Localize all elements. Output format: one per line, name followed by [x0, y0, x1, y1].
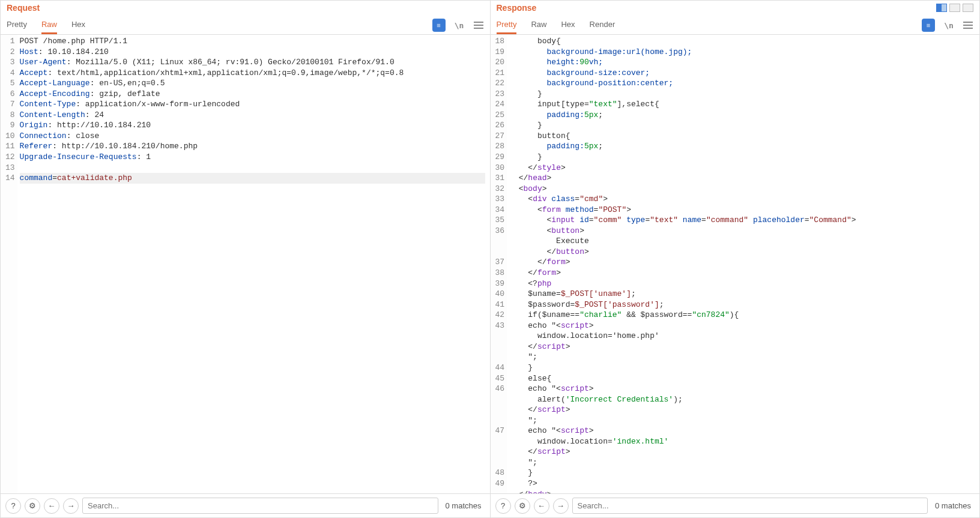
nav-back-icon[interactable]: ← — [534, 498, 549, 514]
request-tab-icons: ≡ \n — [432, 19, 484, 32]
help-icon[interactable]: ? — [495, 498, 511, 514]
response-tabs: PrettyRawHexRender — [497, 16, 616, 34]
request-search-input[interactable] — [82, 498, 438, 514]
request-header: Request — [1, 1, 490, 13]
actions-icon[interactable]: ≡ — [922, 19, 935, 32]
nav-back-icon[interactable]: ← — [44, 498, 59, 514]
request-pane: Request PrettyRawHex ≡ \n 12345678910111… — [0, 0, 491, 518]
response-header: Response — [491, 1, 980, 13]
layout-single-icon[interactable] — [963, 4, 973, 12]
help-icon[interactable]: ? — [5, 498, 21, 514]
newline-toggle-icon[interactable]: \n — [943, 20, 954, 31]
request-gutter: 1234567891011121314 — [1, 35, 17, 493]
tab-pretty[interactable]: Pretty — [497, 16, 517, 34]
actions-icon[interactable]: ≡ — [432, 19, 446, 32]
response-footer: ? ⚙ ← → 0 matches — [491, 493, 980, 517]
request-title: Request — [7, 3, 40, 13]
response-tab-icons: ≡ \n — [922, 19, 973, 32]
layout-split-horizontal-icon[interactable] — [949, 4, 960, 12]
menu-icon[interactable] — [473, 20, 484, 31]
menu-icon[interactable] — [963, 20, 973, 31]
tab-hex[interactable]: Hex — [561, 16, 575, 34]
gear-icon[interactable]: ⚙ — [25, 498, 40, 514]
newline-toggle-icon[interactable]: \n — [454, 20, 465, 31]
response-tab-row: PrettyRawHexRender ≡ \n — [491, 16, 980, 35]
request-code[interactable]: POST /home.php HTTP/1.1Host: 10.10.184.2… — [17, 35, 490, 493]
request-editor[interactable]: 1234567891011121314 POST /home.php HTTP/… — [1, 35, 490, 493]
response-search-input[interactable] — [572, 498, 928, 514]
response-gutter: 18192021222324252627282930313233343536 3… — [491, 35, 507, 493]
request-tabs: PrettyRawHex — [7, 16, 85, 34]
request-match-count: 0 matches — [442, 501, 485, 510]
tab-hex[interactable]: Hex — [71, 16, 85, 34]
response-code[interactable]: body{ background-image:url(home.jpg); he… — [507, 35, 979, 493]
response-pane: Response PrettyRawHexRender ≡ \n 1819202… — [491, 0, 981, 518]
response-title: Response — [497, 3, 537, 13]
layout-split-vertical-icon[interactable] — [936, 4, 947, 12]
tab-render[interactable]: Render — [590, 16, 616, 34]
nav-fwd-icon[interactable]: → — [553, 498, 569, 514]
layout-buttons — [936, 4, 973, 12]
tab-raw[interactable]: Raw — [41, 16, 57, 34]
request-tab-row: PrettyRawHex ≡ \n — [1, 16, 490, 35]
response-editor[interactable]: 18192021222324252627282930313233343536 3… — [491, 35, 980, 493]
response-match-count: 0 matches — [931, 501, 975, 510]
app-container: Request PrettyRawHex ≡ \n 12345678910111… — [0, 0, 980, 518]
gear-icon[interactable]: ⚙ — [515, 498, 530, 514]
nav-fwd-icon[interactable]: → — [63, 498, 79, 514]
tab-raw[interactable]: Raw — [531, 16, 546, 34]
request-footer: ? ⚙ ← → 0 matches — [1, 493, 490, 517]
tab-pretty[interactable]: Pretty — [7, 16, 27, 34]
